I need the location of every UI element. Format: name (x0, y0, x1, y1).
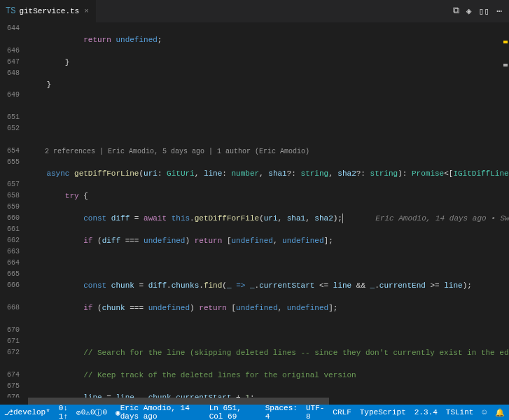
codelens-references[interactable]: 2 references | Eric Amodio, 5 days ago |… (45, 148, 309, 155)
code-content[interactable]: return undefined; } } 2 references | Eri… (28, 23, 509, 398)
split-icon[interactable]: ▯▯ (479, 6, 490, 17)
warning-icon: ⚠ (85, 408, 90, 417)
text-cursor (342, 214, 343, 223)
tab-gitservice[interactable]: TS gitService.ts × (0, 0, 96, 23)
close-icon[interactable]: × (83, 7, 90, 15)
status-bar: ⎇ develop* 0↓ 1↑ ⊘ 0 ⚠ 0 ⓘ 0 ◉ Eric Amod… (0, 405, 509, 420)
indentation[interactable]: Spaces: 4 (261, 405, 302, 420)
compare-icon[interactable]: ⧉ (453, 6, 459, 17)
branch-icon: ⎇ (4, 408, 13, 417)
notifications-icon[interactable]: 🔔 (491, 405, 509, 420)
diff-icon[interactable]: ◈ (466, 6, 472, 17)
overview-ruler[interactable] (499, 23, 509, 398)
info-icon: ⓘ (95, 407, 102, 418)
editor-actions: ⧉ ◈ ▯▯ ⋯ (453, 6, 509, 17)
tslint-status[interactable]: TSLint (442, 405, 478, 420)
tab-filename: gitService.ts (19, 7, 79, 15)
git-commit-icon: ◉ (116, 408, 120, 417)
more-icon[interactable]: ⋯ (496, 6, 502, 17)
typescript-icon: TS (6, 6, 15, 16)
cursor-position[interactable]: Ln 651, Col 69 (205, 405, 261, 420)
encoding[interactable]: UTF-8 (302, 405, 328, 420)
typescript-version[interactable]: 2.3.4 (410, 405, 442, 420)
git-sync[interactable]: 0↓ 1↑ (55, 405, 72, 420)
feedback-icon[interactable]: ☺ (477, 405, 491, 420)
problems[interactable]: ⊘ 0 ⚠ 0 ⓘ 0 (72, 405, 111, 420)
git-branch[interactable]: ⎇ develop* (0, 405, 55, 420)
tab-bar: TS gitService.ts × ⧉ ◈ ▯▯ ⋯ (0, 0, 509, 23)
editor-area[interactable]: 644 646 647 648 649 651 652 654 655 657 … (0, 23, 509, 398)
blame-annotation: Eric Amodio, 14 days ago • Switches to n… (375, 214, 509, 223)
eol[interactable]: CRLF (328, 405, 355, 420)
language-mode[interactable]: TypeScript (356, 405, 410, 420)
error-icon: ⊘ (76, 408, 81, 417)
line-gutter: 644 646 647 648 649 651 652 654 655 657 … (0, 23, 28, 398)
blame-status[interactable]: ◉ Eric Amodio, 14 days ago (111, 405, 205, 420)
